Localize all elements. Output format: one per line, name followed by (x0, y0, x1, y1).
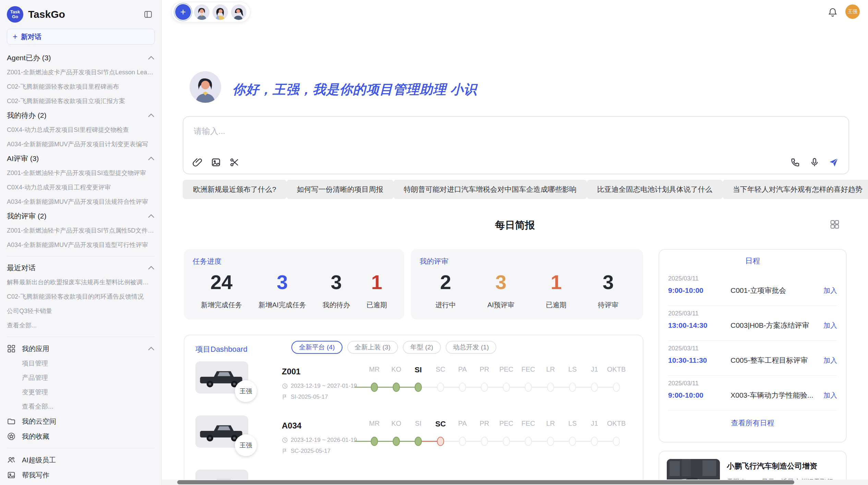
chevron-up-icon[interactable] (148, 266, 155, 270)
news-title[interactable]: 小鹏飞行汽车制造公司增资 (727, 461, 839, 471)
sidebar-item-creative-draw[interactable]: 创意制图 (7, 483, 155, 485)
dashboard-tab-platform[interactable]: 全新平台 (4) (291, 341, 342, 354)
stat-overdue: 1 已逾期 (366, 269, 387, 310)
milestone-node (481, 437, 488, 446)
clock-icon (282, 437, 288, 443)
image-upload-icon[interactable] (211, 157, 221, 167)
suggestion-chip[interactable]: 欧洲新规最近颁布了什么? (183, 180, 287, 199)
people-icon (7, 456, 16, 464)
agent-avatar[interactable] (231, 4, 246, 20)
project-row-a034[interactable]: 王强 A034 2023-12-19 ~ 2026-01-19 SC-2025-… (184, 415, 643, 470)
phone-call-icon[interactable] (790, 157, 800, 167)
milestone-node (415, 383, 422, 392)
agent-avatar[interactable] (194, 4, 209, 20)
main-area: + 王强 (162, 0, 868, 485)
section-recent-chats[interactable]: 最近对话 (7, 261, 155, 275)
schedule-event[interactable]: 2025/03/11 9:00-10:00 C001-立项审批会 加入 (659, 271, 846, 301)
sidebar-item[interactable]: C0X4-动力总成开发项目工程变更评审 (7, 180, 155, 195)
project-owner-badge: 王强 (235, 434, 257, 456)
join-link[interactable]: 加入 (823, 391, 837, 400)
section-my-review[interactable]: 我的评审 (2) (7, 209, 155, 223)
my-review-title: 我的评审 (420, 257, 634, 266)
suggestion-chip[interactable]: 如何写一份清晰的项目周报 (287, 180, 394, 199)
sidebar-item[interactable]: C0X4-动力总成开发项目SI里程碑提交物检查 (7, 123, 155, 137)
timeline-progress (354, 387, 418, 388)
milestone-label: LS (568, 420, 577, 427)
new-chat-button[interactable]: + 新对话 (7, 29, 155, 45)
schedule-event[interactable]: 2025/03/11 9:00-10:00 X003-车辆动力学性能验... 加… (659, 376, 846, 406)
recent-chat-item[interactable]: 解释最新出台的欧盟报废车法规再生塑料比例被调至15%... (7, 275, 155, 289)
sidebar-item[interactable]: Z001-全新燃油皮卡产品开发项目SI节点Lesson Learn报告 (7, 65, 155, 79)
app-item-change-mgmt[interactable]: 变更管理 (7, 385, 155, 399)
milestone-node (547, 383, 554, 392)
dashboard-tab-powertrain[interactable]: 动总开发 (1) (446, 341, 497, 354)
milestone-timeline: MR KO SI SC PA PR PEC FEC LR LS J1 OKTB (359, 365, 623, 407)
join-link[interactable]: 加入 (823, 321, 837, 330)
recent-chat-item[interactable]: C02-飞腾新能源轻客改款项目的闭环通告反馈情况 (7, 289, 155, 304)
microphone-icon[interactable] (809, 157, 820, 167)
greeting-text: 你好，王强，我是你的项目管理助理 小识 (232, 81, 477, 98)
milestone-node-overdue (437, 437, 444, 446)
sidebar-item[interactable]: Z001-全新燃油轻卡产品开发项目SI造型提交物评审 (7, 166, 155, 180)
sidebar-item[interactable]: A034-全新新能源MUV产品开发项目造型可行性评审 (7, 238, 155, 252)
suggestion-chip[interactable]: 当下年轻人对汽车外观有怎样的喜好趋势 (723, 180, 868, 199)
sidebar-item[interactable]: C02-飞腾新能源轻客改款项目立项汇报方案 (7, 94, 155, 108)
chevron-up-icon[interactable] (148, 214, 155, 218)
divider (7, 448, 155, 448)
sidebar-item-cloud-space[interactable]: 我的云空间 (7, 414, 155, 429)
sidebar-collapse-icon[interactable] (144, 10, 153, 19)
composer-right-icons (790, 157, 839, 167)
sidebar-item[interactable]: Z001-全新燃油轻卡产品开发项目SI节点属性5D文件评审 (7, 223, 155, 238)
attachment-icon[interactable] (192, 157, 203, 167)
agent-avatar[interactable] (213, 4, 228, 20)
notification-bell-icon[interactable] (828, 7, 838, 17)
app-item-project-mgmt[interactable]: 项目管理 (7, 356, 155, 371)
chevron-up-icon[interactable] (148, 347, 155, 351)
suggestion-chip[interactable]: 特朗普可能对进口汽车增税会对中国车企造成哪些影响 (394, 180, 587, 199)
view-all-apps-link[interactable]: 查看全部... (7, 399, 155, 414)
section-ai-review[interactable]: AI评审 (3) (7, 151, 155, 166)
section-my-todo[interactable]: 我的待办 (2) (7, 108, 155, 123)
view-all-chats-link[interactable]: 查看全部... (7, 318, 155, 333)
chevron-up-icon[interactable] (148, 56, 155, 60)
app-logo: Task Go (7, 6, 23, 23)
milestone-label: LS (568, 365, 577, 373)
recent-chat-item[interactable]: 公司Q3轻卡销量 (7, 304, 155, 318)
app-item-product-mgmt[interactable]: 产品管理 (7, 371, 155, 385)
stat-in-progress: 2 进行中 (435, 269, 456, 310)
send-icon[interactable] (829, 157, 839, 167)
sidebar-item-favorites[interactable]: 我的收藏 (7, 429, 155, 444)
chevron-up-icon[interactable] (148, 157, 155, 161)
schedule-title: 日程 (659, 256, 846, 266)
join-link[interactable]: 加入 (823, 356, 837, 365)
favorites-label: 我的收藏 (22, 432, 49, 441)
view-all-schedule-link[interactable]: 查看所有日程 (659, 418, 846, 428)
project-row-z001[interactable]: 王强 Z001 2023-12-19 ~ 2027-01-19 SI-2025-… (184, 361, 643, 415)
schedule-card: 日程 2025/03/11 9:00-10:00 C001-立项审批会 加入 2… (659, 249, 847, 443)
schedule-list: 2025/03/11 9:00-10:00 C001-立项审批会 加入 2025… (659, 271, 846, 411)
section-agent-done[interactable]: Agent已办 (3) (7, 51, 155, 65)
folder-icon (7, 417, 16, 426)
add-agent-button[interactable]: + (175, 4, 191, 20)
scissors-icon[interactable] (229, 157, 240, 167)
horizontal-scrollbar-thumb[interactable] (177, 480, 794, 484)
schedule-event[interactable]: 2025/03/11 10:30-11:30 C005-整车工程目标评审 加入 (659, 341, 846, 371)
suggestion-chip[interactable]: 比亚迪全固态电池计划具体说了什么 (587, 180, 723, 199)
user-avatar[interactable]: 王强 (845, 4, 860, 19)
sidebar-item-ai-super-staff[interactable]: AI超级员工 (7, 452, 155, 468)
schedule-event[interactable]: 2025/03/11 13:00-14:30 C003|H0B-方案冻结评审 加… (659, 306, 846, 336)
sidebar-item[interactable]: A034-全新新能源MUV产品开发项目计划变更表编写 (7, 137, 155, 151)
join-link[interactable]: 加入 (823, 286, 837, 295)
dashboard-tab-upfit[interactable]: 全新上装 (3) (347, 341, 398, 354)
sidebar-item-help-write[interactable]: 帮我写作 (7, 468, 155, 483)
sidebar-item[interactable]: C02-飞腾新能源轻客改款项目里程碑画布 (7, 79, 155, 94)
chat-composer[interactable]: 请输入... (183, 116, 849, 174)
sidebar-item[interactable]: A034-全新新能源MUV产品开发项目法规符合性评审 (7, 195, 155, 209)
milestone-node (503, 383, 510, 392)
section-my-apps[interactable]: 我的应用 (7, 341, 155, 356)
dashboard-tab-model-year[interactable]: 年型 (2) (403, 341, 441, 354)
my-review-card: 我的评审 2 进行中 3 AI预评审 1 已逾期 3 待评审 (411, 249, 643, 320)
layout-grid-icon[interactable] (830, 219, 840, 229)
image-icon (7, 471, 16, 480)
chevron-up-icon[interactable] (148, 113, 155, 117)
